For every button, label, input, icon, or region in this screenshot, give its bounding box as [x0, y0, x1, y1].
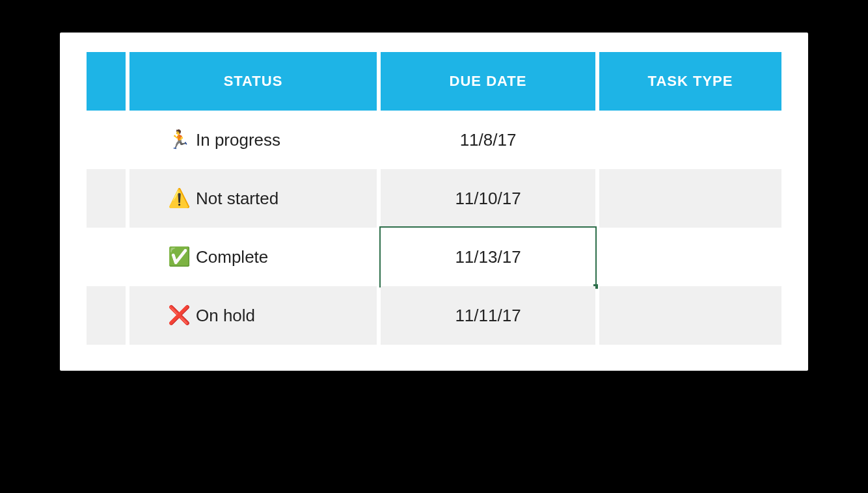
blank-cell[interactable] [87, 286, 126, 345]
table-body: 🏃 In progress 11/8/17 ⚠️ Not started [87, 111, 781, 345]
task-type-cell[interactable] [599, 228, 781, 286]
table-card: STATUS DUE DATE TASK TYPE 🏃 In progress … [60, 33, 808, 371]
status-cell[interactable]: ❌ On hold [129, 286, 377, 345]
header-status[interactable]: STATUS [129, 52, 377, 111]
due-date-cell[interactable]: 11/13/17 [381, 228, 595, 286]
table-row: ❌ On hold 11/11/17 [87, 286, 781, 345]
status-label: In progress [196, 130, 280, 150]
status-label: On hold [196, 306, 255, 326]
status-cell[interactable]: 🏃 In progress [129, 111, 377, 169]
blank-cell[interactable] [87, 228, 126, 286]
task-type-cell[interactable] [599, 169, 781, 228]
due-date-value: 11/11/17 [455, 306, 521, 325]
running-icon: 🏃 [169, 129, 189, 150]
status-label: Complete [196, 247, 268, 267]
due-date-cell[interactable]: 11/11/17 [381, 286, 595, 345]
header-due-date[interactable]: DUE DATE [381, 52, 595, 111]
blank-cell[interactable] [87, 169, 126, 228]
task-type-cell[interactable] [599, 111, 781, 169]
due-date-cell[interactable]: 11/8/17 [381, 111, 595, 169]
status-label: Not started [196, 189, 278, 209]
warning-icon: ⚠️ [169, 188, 189, 209]
due-date-value: 11/10/17 [455, 189, 521, 208]
task-type-cell[interactable] [599, 286, 781, 345]
header-row: STATUS DUE DATE TASK TYPE [87, 52, 781, 111]
check-icon: ✅ [169, 246, 189, 267]
status-cell[interactable]: ⚠️ Not started [129, 169, 377, 228]
table-row: 🏃 In progress 11/8/17 [87, 111, 781, 169]
due-date-cell[interactable]: 11/10/17 [381, 169, 595, 228]
due-date-value: 11/13/17 [455, 247, 521, 267]
status-cell[interactable]: ✅ Complete [129, 228, 377, 286]
due-date-value: 11/8/17 [460, 130, 517, 150]
header-task-type[interactable]: TASK TYPE [599, 52, 781, 111]
table-row: ✅ Complete 11/13/17 [87, 228, 781, 286]
blank-cell[interactable] [87, 111, 126, 169]
header-blank [87, 52, 126, 111]
cross-icon: ❌ [169, 305, 189, 326]
task-table: STATUS DUE DATE TASK TYPE 🏃 In progress … [83, 52, 785, 345]
table-row: ⚠️ Not started 11/10/17 [87, 169, 781, 228]
